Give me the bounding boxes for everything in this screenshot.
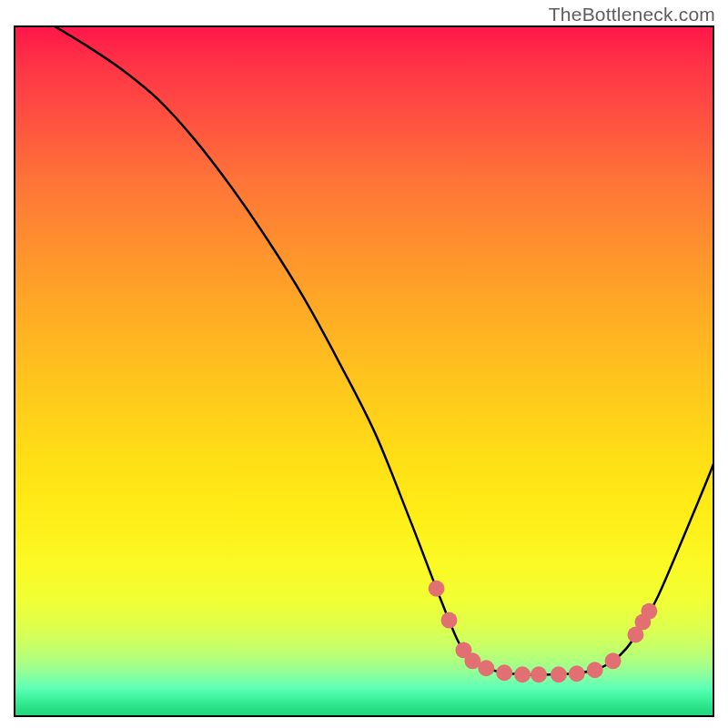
chart-plot-area (14, 25, 714, 717)
highlighted-points-group (429, 581, 658, 682)
highlight-dot (587, 662, 603, 678)
highlight-dot (531, 666, 547, 682)
highlight-dot (496, 664, 512, 681)
highlight-dot (514, 666, 531, 682)
highlight-dot (605, 652, 622, 669)
highlight-dot (551, 666, 567, 682)
highlight-dot (641, 603, 657, 620)
highlight-dot (569, 665, 585, 682)
bottleneck-curve (52, 27, 713, 674)
highlight-dot (441, 612, 458, 629)
highlight-dot (429, 581, 445, 597)
highlight-dot (478, 660, 494, 676)
chart-svg (15, 27, 713, 715)
watermark-text: TheBottleneck.com (549, 4, 715, 25)
